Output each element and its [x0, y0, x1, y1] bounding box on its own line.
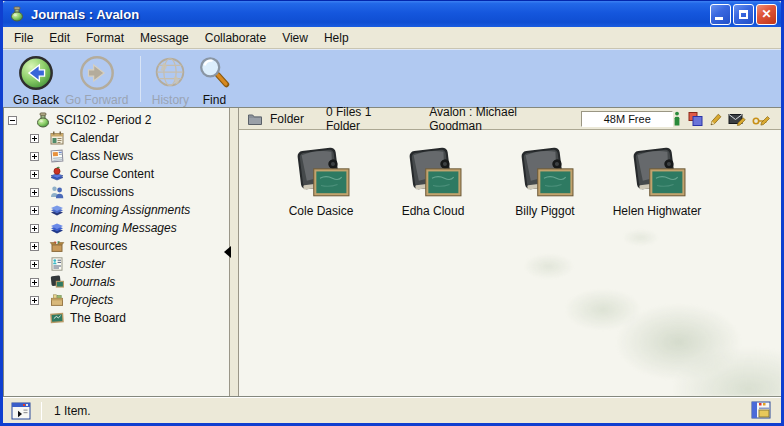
roster-list-icon	[49, 256, 65, 272]
expand-plus-icon[interactable]	[30, 170, 39, 179]
go-forward-icon	[78, 54, 116, 92]
expand-plus-icon[interactable]	[30, 260, 39, 269]
expand-plus-icon[interactable]	[30, 296, 39, 305]
journal-item[interactable]: Cole Dasice	[265, 146, 377, 218]
folder-view-panel: Folder 0 Files 1 Folder Avalon : Michael…	[239, 108, 781, 396]
collapse-panel-arrow-icon[interactable]	[224, 246, 231, 258]
expand-plus-icon[interactable]	[30, 152, 39, 161]
tree-label: Class News	[70, 149, 133, 163]
menu-help[interactable]: Help	[316, 29, 357, 47]
journal-name: Helen Highwater	[613, 204, 702, 218]
journal-item[interactable]: Billy Piggot	[489, 146, 601, 218]
menu-edit[interactable]: Edit	[41, 29, 78, 47]
menu-message[interactable]: Message	[132, 29, 197, 47]
app-flask-icon	[9, 6, 25, 22]
journal-book-icon	[49, 274, 65, 290]
maximize-button[interactable]	[733, 4, 754, 25]
person-icon[interactable]	[673, 111, 681, 126]
tree-label: Calendar	[70, 131, 119, 145]
tree-item-roster[interactable]: Roster	[4, 255, 229, 273]
tree-label: The Board	[70, 311, 126, 325]
free-space-indicator: 48M Free	[581, 111, 673, 127]
go-forward-button[interactable]: Go Forward	[65, 54, 128, 107]
tree-label: Resources	[70, 239, 127, 253]
tree-item-incoming-messages[interactable]: Incoming Messages	[4, 219, 229, 237]
project-crate-icon	[49, 292, 65, 308]
file-folder-counts: 0 Files 1 Folder	[326, 105, 403, 133]
expand-plus-icon[interactable]	[30, 242, 39, 251]
tree-label: Incoming Messages	[70, 221, 177, 235]
menu-format[interactable]: Format	[78, 29, 132, 47]
tree-item-calendar[interactable]: Calendar	[4, 129, 229, 147]
toggle-right-panel-icon[interactable]	[751, 401, 771, 419]
menu-collaborate[interactable]: Collaborate	[197, 29, 274, 47]
tree-item-discussions[interactable]: Discussions	[4, 183, 229, 201]
journal-row: Cole Dasice Edha Cloud Billy Piggot Hele…	[265, 146, 781, 218]
map-watermark	[511, 216, 781, 396]
minimize-button[interactable]	[710, 4, 731, 25]
expand-plus-icon[interactable]	[30, 188, 39, 197]
go-back-label: Go Back	[13, 93, 59, 107]
toolbar: Go Back Go Forward History	[3, 49, 781, 107]
journal-item[interactable]: Helen Highwater	[601, 146, 713, 218]
tree-item-projects[interactable]: Projects	[4, 291, 229, 309]
tree-label: Course Content	[70, 167, 154, 181]
close-button[interactable]: ✕	[756, 4, 777, 25]
tree-item-course-root[interactable]: SCI102 - Period 2	[4, 111, 229, 129]
overlapping-squares-icon[interactable]	[687, 111, 703, 127]
folder-type-label: Folder	[270, 112, 304, 126]
journal-name: Billy Piggot	[515, 204, 574, 218]
key-pencil-icon[interactable]	[752, 111, 771, 126]
supply-box-icon	[49, 238, 65, 254]
tree-label: Discussions	[70, 185, 134, 199]
tree-item-the-board[interactable]: The Board	[4, 309, 229, 327]
expand-plus-icon[interactable]	[30, 206, 39, 215]
app-window: Journals : Avalon ✕ File Edit Format Mes…	[0, 0, 784, 426]
apple-books-icon	[49, 166, 65, 182]
expand-plus-icon[interactable]	[30, 134, 39, 143]
maximize-icon	[739, 10, 748, 19]
flask-icon	[35, 112, 51, 128]
chalkboard-icon	[49, 310, 65, 326]
history-label: History	[152, 93, 189, 107]
find-label: Find	[203, 93, 226, 107]
people-icon	[49, 184, 65, 200]
tree-item-class-news[interactable]: Class News	[4, 147, 229, 165]
folder-info-bar: Folder 0 Files 1 Folder Avalon : Michael…	[239, 108, 781, 130]
tree-item-resources[interactable]: Resources	[4, 237, 229, 255]
close-icon: ✕	[761, 8, 771, 20]
folder-icon	[247, 112, 263, 126]
expand-plus-icon[interactable]	[30, 224, 39, 233]
tree-label: Journals	[70, 275, 115, 289]
title-bar[interactable]: Journals : Avalon ✕	[3, 1, 781, 27]
toggle-left-panel-icon[interactable]	[11, 402, 31, 420]
panel-splitter[interactable]	[229, 108, 239, 396]
journal-name: Cole Dasice	[289, 204, 354, 218]
go-back-button[interactable]: Go Back	[13, 54, 59, 107]
tree-label: Projects	[70, 293, 113, 307]
window-title: Journals : Avalon	[31, 7, 708, 22]
expand-plus-icon[interactable]	[30, 278, 39, 287]
journal-book-icon	[404, 146, 462, 200]
pencil-icon[interactable]	[709, 111, 722, 126]
tree-item-journals[interactable]: Journals	[4, 273, 229, 291]
envelope-pencil-icon[interactable]	[728, 111, 746, 126]
history-button[interactable]: History	[151, 54, 189, 107]
tree-label: Roster	[70, 257, 105, 271]
go-back-icon	[17, 54, 55, 92]
collapse-minus-icon[interactable]	[8, 116, 17, 125]
minimize-icon	[715, 17, 723, 20]
journal-item[interactable]: Edha Cloud	[377, 146, 489, 218]
tree-item-course-content[interactable]: Course Content	[4, 165, 229, 183]
menu-file[interactable]: File	[6, 29, 41, 47]
server-owner-label: Avalon : Michael Goodman	[429, 105, 563, 133]
newspaper-icon	[49, 148, 65, 164]
folder-contents-area[interactable]: Cole Dasice Edha Cloud Billy Piggot Hele…	[239, 130, 781, 396]
tree-item-incoming-assignments[interactable]: Incoming Assignments	[4, 201, 229, 219]
tree-label: Incoming Assignments	[70, 203, 190, 217]
journal-book-icon	[292, 146, 350, 200]
journal-book-icon	[628, 146, 686, 200]
stacked-books-icon	[49, 220, 65, 236]
menu-view[interactable]: View	[274, 29, 316, 47]
find-button[interactable]: Find	[195, 54, 233, 107]
